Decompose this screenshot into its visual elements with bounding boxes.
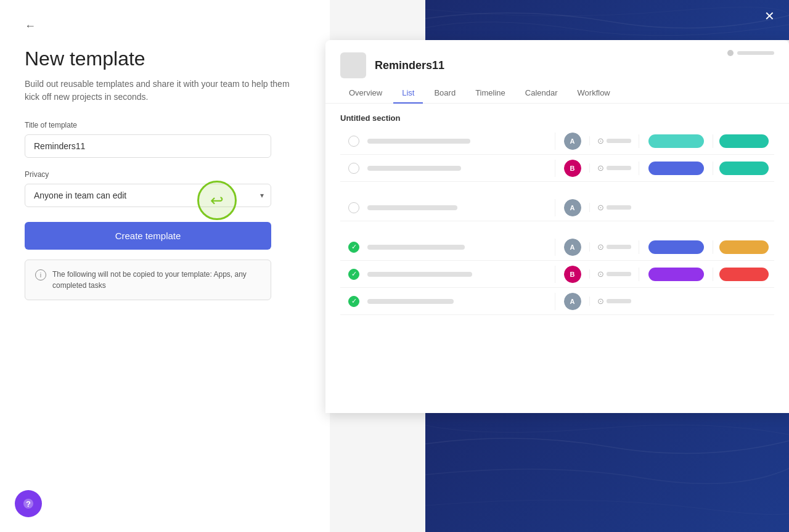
left-panel: ← New template Build out reusable templa… <box>0 0 330 532</box>
task-tag-4 <box>639 240 713 254</box>
task-date-1: ⊙ <box>589 136 639 145</box>
avatar-placeholder-5: B <box>564 266 581 283</box>
task-name-4 <box>367 245 555 250</box>
task-bar-1 <box>367 139 470 144</box>
task-bar-5 <box>367 272 472 277</box>
task-name-6 <box>367 299 555 304</box>
back-icon: ← <box>25 20 36 33</box>
task-bar-2 <box>367 166 461 171</box>
calendar-icon-5: ⊙ <box>597 269 604 279</box>
table-row: B ⊙ <box>340 155 774 182</box>
task-date-2: ⊙ <box>589 163 639 173</box>
table-row: ✓ B ⊙ <box>340 261 774 288</box>
tag-pill-2 <box>648 162 704 175</box>
task-bar-4 <box>367 245 465 250</box>
create-template-button[interactable]: Create template <box>25 222 271 250</box>
navy-bottom-background <box>425 413 789 532</box>
check-circle-1 <box>348 136 359 147</box>
task-avatar-cell-5: B <box>555 266 589 283</box>
calendar-icon-1: ⊙ <box>597 136 604 145</box>
tab-timeline[interactable]: Timeline <box>467 83 514 104</box>
date-bar-2 <box>607 166 631 170</box>
section-title: Untitled section <box>340 113 774 123</box>
table-row: A ⊙ <box>340 194 774 221</box>
task-avatar-cell-6: A <box>555 293 589 310</box>
check-circle-4: ✓ <box>348 242 359 253</box>
table-row: ✓ A ⊙ <box>340 234 774 261</box>
svg-text:?: ? <box>26 499 31 509</box>
task-date-4: ⊙ <box>589 242 639 252</box>
extra-pill-4 <box>719 240 769 254</box>
avatar-1: A <box>564 133 581 150</box>
task-avatar-cell-4: A <box>555 239 589 256</box>
date-bar-1 <box>607 139 631 143</box>
tab-workflow[interactable]: Workflow <box>569 83 619 104</box>
calendar-icon-3: ⊙ <box>597 203 604 212</box>
tab-board[interactable]: Board <box>425 83 464 104</box>
task-checkbox-1[interactable] <box>340 136 367 147</box>
avatar-placeholder-2: B <box>564 160 581 177</box>
task-avatar-cell-3: A <box>555 199 589 216</box>
check-circle-2 <box>348 163 359 174</box>
avatar-placeholder-4: A <box>564 239 581 256</box>
date-bar-6 <box>607 299 631 303</box>
table-row: A ⊙ <box>340 128 774 155</box>
task-checkbox-3[interactable] <box>340 202 367 213</box>
extra-pill-2 <box>719 162 769 175</box>
avatar-6: A <box>564 293 581 310</box>
date-bar-4 <box>607 245 631 249</box>
task-tag-2 <box>639 162 713 175</box>
check-circle-6: ✓ <box>348 296 359 307</box>
calendar-icon-6: ⊙ <box>597 297 604 306</box>
title-input[interactable] <box>25 134 271 158</box>
avatar-2: B <box>564 160 581 177</box>
task-bar-6 <box>367 299 454 304</box>
navy-top-background <box>425 0 789 40</box>
calendar-icon-2: ⊙ <box>597 163 604 173</box>
task-date-6: ⊙ <box>589 297 639 306</box>
task-date-3: ⊙ <box>589 203 639 212</box>
back-button[interactable]: ← <box>25 20 305 33</box>
task-extra-5 <box>713 268 774 281</box>
scrollbar-area <box>727 50 774 56</box>
help-icon: ? <box>22 497 35 510</box>
scrollbar-dot <box>727 50 734 56</box>
project-avatar <box>340 52 366 78</box>
tab-overview[interactable]: Overview <box>340 83 391 104</box>
task-checkbox-6[interactable]: ✓ <box>340 296 367 307</box>
tab-calendar[interactable]: Calendar <box>517 83 566 104</box>
avatar-4: A <box>564 239 581 256</box>
task-checkbox-5[interactable]: ✓ <box>340 269 367 280</box>
tag-pill-5 <box>648 268 704 281</box>
extra-pill-1 <box>719 134 769 148</box>
task-checkbox-2[interactable] <box>340 163 367 174</box>
task-name-5 <box>367 272 555 277</box>
task-name-2 <box>367 166 555 171</box>
task-extra-4 <box>713 240 774 254</box>
table-row: ✓ A ⊙ <box>340 288 774 315</box>
avatar-placeholder-3: A <box>564 199 581 216</box>
task-tag-1 <box>639 134 713 148</box>
task-checkbox-4[interactable]: ✓ <box>340 242 367 253</box>
task-name-1 <box>367 139 555 144</box>
privacy-section: Privacy Anyone in team can edit Only me … <box>25 170 305 207</box>
task-tag-5 <box>639 268 713 281</box>
task-avatar-cell-1: A <box>555 133 589 150</box>
tag-pill-1 <box>648 134 704 148</box>
section-gap-2 <box>340 221 774 234</box>
title-label: Title of template <box>25 121 305 129</box>
cursor-arrow-icon: ↩ <box>210 191 224 210</box>
list-content: Untitled section A ⊙ <box>325 104 789 325</box>
date-bar-3 <box>607 205 631 210</box>
check-circle-3 <box>348 202 359 213</box>
help-button[interactable]: ? <box>15 490 42 517</box>
task-avatar-cell-2: B <box>555 160 589 177</box>
privacy-label: Privacy <box>25 170 305 179</box>
tab-list[interactable]: List <box>393 83 423 104</box>
close-button[interactable]: ✕ <box>759 6 779 26</box>
task-extra-2 <box>713 162 774 175</box>
close-icon: ✕ <box>764 9 775 23</box>
info-text: The following will not be copied to your… <box>52 269 261 291</box>
task-name-3 <box>367 205 555 210</box>
project-header: Reminders11 <box>325 40 789 78</box>
